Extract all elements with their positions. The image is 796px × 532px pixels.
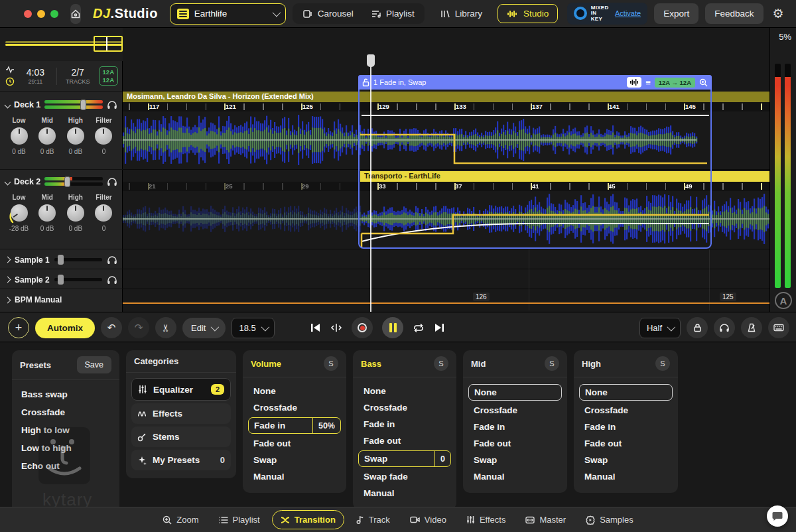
transition-zoom-icon[interactable] bbox=[699, 78, 708, 87]
knob-dial[interactable] bbox=[67, 127, 84, 145]
mid-option-manual[interactable]: Manual bbox=[468, 468, 562, 485]
sample1-row[interactable]: Sample 1 bbox=[0, 251, 123, 269]
preset-item[interactable]: Bass swap bbox=[12, 385, 119, 403]
tab-video[interactable]: Video bbox=[402, 511, 454, 529]
mid-option-none[interactable]: None bbox=[468, 384, 562, 401]
cut-button[interactable]: ✂ bbox=[155, 317, 176, 338]
deck2-low-knob[interactable]: Low -28 dB bbox=[7, 194, 31, 232]
bpm-automation-line[interactable] bbox=[123, 302, 769, 304]
lock-button[interactable] bbox=[687, 317, 708, 338]
volume-option-fade-out[interactable]: Fade out bbox=[248, 435, 341, 452]
deck1-low-knob[interactable]: Low 0 dB bbox=[7, 117, 31, 155]
sample2-row[interactable]: Sample 2 bbox=[0, 271, 123, 289]
option-value[interactable]: 0 bbox=[434, 451, 450, 466]
nav-library[interactable]: Library bbox=[431, 5, 491, 23]
metronome-button[interactable] bbox=[741, 317, 762, 338]
tab-zoom[interactable]: Zoom bbox=[155, 511, 206, 529]
chevron-down-icon[interactable] bbox=[5, 178, 11, 185]
bass-option-none[interactable]: None bbox=[358, 383, 451, 399]
volume-option-none[interactable]: None bbox=[248, 383, 341, 399]
volume-option-crossfade[interactable]: Crossfade bbox=[248, 399, 341, 416]
project-selector[interactable]: Earthlife bbox=[170, 3, 286, 25]
deck1-volume-fader[interactable] bbox=[44, 100, 103, 109]
tab-master[interactable]: Master bbox=[517, 511, 574, 529]
redo-button[interactable]: ↷ bbox=[128, 317, 149, 338]
mid-option-fade-in[interactable]: Fade in bbox=[468, 419, 562, 435]
automix-button[interactable]: Automix bbox=[35, 318, 95, 338]
tab-transition[interactable]: Transition bbox=[272, 510, 344, 529]
keyboard-shortcuts-button[interactable] bbox=[768, 317, 789, 338]
skip-to-end-button[interactable] bbox=[434, 323, 444, 332]
category-my-presets[interactable]: My Presets 0 bbox=[131, 450, 231, 470]
transition-waveform-view-button[interactable] bbox=[627, 77, 641, 88]
pause-button[interactable] bbox=[382, 317, 403, 338]
knob-dial[interactable] bbox=[38, 204, 56, 222]
minimap-viewport[interactable] bbox=[94, 36, 123, 52]
headphones-icon[interactable] bbox=[107, 275, 117, 285]
bass-option-fade-in[interactable]: Fade in bbox=[358, 416, 451, 432]
preview-headphones-button[interactable] bbox=[714, 317, 735, 338]
timeline-lanes[interactable]: Mosimann, Leandro Da Silva - Horizon (Ex… bbox=[123, 28, 769, 312]
headphones-icon[interactable] bbox=[107, 177, 117, 186]
loop-button[interactable] bbox=[413, 323, 425, 333]
window-controls[interactable] bbox=[24, 10, 58, 18]
bass-option-swap[interactable]: Swap 0 bbox=[358, 450, 451, 467]
high-solo-button[interactable]: S bbox=[655, 356, 670, 371]
settings-gear-icon[interactable]: ⚙ bbox=[770, 6, 787, 21]
high-option-manual[interactable]: Manual bbox=[579, 468, 673, 485]
fader-handle[interactable] bbox=[58, 255, 64, 265]
deck1-mid-knob[interactable]: Mid 0 dB bbox=[35, 117, 60, 155]
tab-samples[interactable]: Samples bbox=[578, 511, 641, 529]
deck2-high-knob[interactable]: High 0 dB bbox=[63, 194, 88, 232]
preset-item[interactable]: Crossfade bbox=[12, 403, 119, 421]
transition-header[interactable]: 1 Fade in, Swap ≡ 12A → 12A bbox=[358, 75, 712, 90]
undo-button[interactable]: ↶ bbox=[101, 317, 122, 338]
sample2-fader[interactable] bbox=[54, 278, 102, 281]
chevron-right-icon[interactable] bbox=[5, 297, 11, 303]
playhead[interactable] bbox=[370, 54, 371, 312]
high-option-fade-in[interactable]: Fade in bbox=[579, 419, 673, 435]
bass-option-fade-out[interactable]: Fade out bbox=[358, 432, 451, 449]
home-button[interactable] bbox=[70, 4, 81, 24]
headphones-icon[interactable] bbox=[107, 100, 117, 109]
deck2-header[interactable]: Deck 2 bbox=[0, 174, 123, 190]
mid-option-fade-out[interactable]: Fade out bbox=[468, 435, 562, 452]
fader-handle[interactable] bbox=[80, 100, 86, 110]
snap-dropdown[interactable]: Half bbox=[639, 318, 681, 338]
knob-dial[interactable] bbox=[11, 127, 28, 145]
knob-dial[interactable] bbox=[67, 204, 84, 222]
close-window-button[interactable] bbox=[24, 10, 32, 18]
nav-carousel[interactable]: Carousel bbox=[294, 5, 362, 23]
knob-dial[interactable] bbox=[95, 204, 112, 222]
chevron-down-icon[interactable] bbox=[5, 101, 11, 108]
category-stems[interactable]: Stems bbox=[131, 427, 231, 447]
deck1-high-knob[interactable]: High 0 dB bbox=[63, 117, 88, 155]
tab-playlist[interactable]: Playlist bbox=[211, 511, 268, 529]
split-at-playhead-button[interactable] bbox=[330, 323, 342, 332]
mid-option-swap[interactable]: Swap bbox=[468, 452, 562, 468]
deck2-mid-knob[interactable]: Mid 0 dB bbox=[35, 194, 60, 232]
chevron-right-icon[interactable] bbox=[5, 277, 11, 283]
mid-solo-button[interactable]: S bbox=[545, 356, 559, 371]
volume-option-fade-in[interactable]: Fade in 50% bbox=[248, 417, 341, 434]
option-value[interactable]: 50% bbox=[312, 418, 340, 433]
playhead-handle[interactable] bbox=[367, 54, 375, 67]
high-option-swap[interactable]: Swap bbox=[579, 452, 673, 468]
volume-option-manual[interactable]: Manual bbox=[248, 468, 341, 485]
volume-solo-button[interactable]: S bbox=[324, 356, 338, 371]
knob-dial[interactable] bbox=[38, 127, 56, 145]
knob-dial[interactable] bbox=[95, 127, 112, 145]
volume-option-swap[interactable]: Swap bbox=[248, 452, 341, 468]
minimize-window-button[interactable] bbox=[37, 10, 45, 18]
preset-item[interactable]: Low to high bbox=[12, 439, 119, 457]
sample1-fader[interactable] bbox=[54, 258, 102, 261]
preset-item[interactable]: High to low bbox=[12, 421, 119, 439]
deck1-header[interactable]: Deck 1 bbox=[0, 97, 123, 113]
export-button[interactable]: Export bbox=[654, 3, 698, 24]
chat-support-button[interactable] bbox=[767, 505, 788, 527]
record-button[interactable] bbox=[352, 317, 373, 338]
deck1-track-title-bar[interactable]: Mosimann, Leandro Da Silva - Horizon (Ex… bbox=[123, 92, 769, 102]
bass-option-manual[interactable]: Manual bbox=[358, 485, 451, 501]
deck2-volume-fader[interactable] bbox=[44, 177, 103, 186]
save-preset-button[interactable]: Save bbox=[77, 356, 112, 373]
